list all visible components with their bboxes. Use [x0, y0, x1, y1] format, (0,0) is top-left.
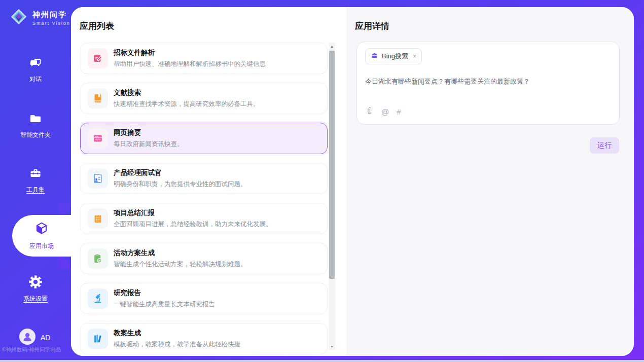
app-desc: 模板驱动，教案秒成，教学准备从此轻松快捷 — [114, 340, 240, 349]
sidebar-item-label: 智能文件夹 — [20, 131, 51, 139]
user-initials: AD — [41, 334, 50, 342]
app-desc: 明确身份和职责，为您提供专业性的面试问题。 — [114, 180, 247, 189]
app-name: 活动方案生成 — [114, 248, 247, 258]
app-card-bid-parse[interactable]: 招标文件解析 帮助用户快速、准确地理解和解析招标书中的关键信息 — [80, 43, 328, 74]
books-icon — [88, 329, 108, 349]
app-name: 文献搜索 — [114, 88, 260, 97]
brand-logo: 神州问学 Smart Vision — [9, 7, 70, 28]
book-icon — [88, 88, 108, 108]
app-list-scrollbar[interactable]: ▲ ▼ — [329, 43, 335, 350]
run-button[interactable]: 运行 — [590, 137, 619, 154]
scroll-down-icon[interactable]: ▼ — [329, 343, 335, 350]
clipboard-check-icon — [88, 248, 108, 269]
diamond-logo-icon — [9, 7, 28, 28]
sidebar-item-app-market[interactable]: 应用市场 — [12, 215, 71, 257]
app-card-web-summary[interactable]: </> 网页摘要 每日政府新闻资讯快查。 — [80, 123, 328, 154]
folder-icon — [28, 112, 43, 128]
app-card-event-plan[interactable]: 活动方案生成 智能生成个性化活动方案，轻松解决规划难题。 — [80, 243, 328, 274]
edit-document-icon — [88, 48, 108, 68]
attachment-toolbar: @ # — [365, 106, 401, 117]
app-list-panel: 应用列表 招标文件解析 帮助用户快速、准确地理解和解析招标书中的关键信息 — [71, 7, 346, 356]
scrollbar-thumb[interactable] — [329, 51, 335, 279]
app-name: 教案生成 — [114, 329, 240, 338]
app-desc: 每日政府新闻资讯快查。 — [114, 140, 184, 149]
user-account[interactable]: AD — [19, 329, 50, 347]
chip-close-icon[interactable]: × — [413, 53, 416, 60]
toolbox-icon — [28, 166, 43, 183]
cube-icon — [34, 221, 49, 239]
browser-code-icon: </> — [88, 128, 108, 149]
app-desc: 帮助用户快速、准确地理解和解析招标书中的关键信息 — [114, 60, 266, 68]
window-bottom-edge — [0, 360, 644, 362]
query-text-input[interactable]: 今日湖北有哪些新闻要点？有哪些需要关注的最新政策？ — [365, 77, 611, 86]
hash-icon[interactable]: # — [397, 107, 401, 116]
chat-icon — [28, 56, 43, 72]
copyright-text: ©神州数码·神州问学出品 — [2, 346, 61, 353]
sidebar-item-settings[interactable]: 系统设置 — [0, 274, 71, 303]
sidebar-item-chat[interactable]: 对话 — [0, 56, 71, 84]
sidebar-item-label: 应用市场 — [29, 242, 54, 250]
sidebar-item-label: 工具集 — [26, 186, 45, 194]
avatar — [19, 329, 35, 347]
app-desc: 一键智能生成高质量长文本研究报告 — [114, 300, 215, 309]
tool-chip-label: Bing搜索 — [382, 52, 408, 61]
app-card-lesson-plan[interactable]: 教案生成 模板驱动，教案秒成，教学准备从此轻松快捷 — [80, 323, 328, 354]
query-input-card: Bing搜索 × 今日湖北有哪些新闻要点？有哪些需要关注的最新政策？ @ # — [356, 42, 620, 125]
microscope-icon — [88, 288, 108, 309]
app-name: 网页摘要 — [114, 128, 184, 137]
gear-icon — [28, 274, 43, 292]
paperclip-icon[interactable] — [365, 106, 374, 117]
notepad-icon — [88, 208, 108, 229]
app-card-literature-search[interactable]: 文献搜索 快速精准查找学术资源，提高研究效率的必备工具。 — [80, 83, 328, 114]
app-card-research-report[interactable]: 研究报告 一键智能生成高质量长文本研究报告 — [80, 283, 328, 314]
svg-text:</>: </> — [95, 137, 101, 141]
sidebar-item-label: 系统设置 — [23, 295, 48, 303]
app-detail-panel: 应用详情 Bing搜索 × 今日湖北有哪些新闻要点？有哪些需要关注的最新政策？ — [346, 7, 634, 356]
resume-icon — [88, 168, 108, 189]
sidebar: 神州问学 Smart Vision 对话 智能文件夹 — [0, 0, 71, 362]
main-content: 应用列表 招标文件解析 帮助用户快速、准确地理解和解析招标书中的关键信息 — [71, 7, 634, 356]
app-name: 项目总结汇报 — [114, 208, 272, 218]
mention-icon[interactable]: @ — [381, 107, 389, 116]
tool-chip-bing-search[interactable]: Bing搜索 × — [365, 48, 422, 64]
app-desc: 快速精准查找学术资源，提高研究效率的必备工具。 — [114, 100, 260, 108]
app-card-list: 招标文件解析 帮助用户快速、准确地理解和解析招标书中的关键信息 文献搜索 快速精… — [80, 43, 328, 356]
brand-name: 神州问学 — [32, 10, 70, 20]
scroll-up-icon[interactable]: ▲ — [329, 43, 335, 50]
app-detail-title: 应用详情 — [355, 20, 389, 32]
app-name: 研究报告 — [114, 288, 215, 298]
app-desc: 智能生成个性化活动方案，轻松解决规划难题。 — [114, 260, 247, 269]
app-card-project-summary[interactable]: 项目总结汇报 全面回顾项目进展，总结经验教训，助力未来优化发展。 — [80, 203, 328, 234]
app-card-pm-interviewer[interactable]: 产品经理面试官 明确身份和职责，为您提供专业性的面试问题。 — [80, 163, 328, 194]
app-name: 招标文件解析 — [114, 48, 266, 57]
brand-subtitle: Smart Vision — [32, 21, 70, 26]
sidebar-item-label: 对话 — [29, 75, 42, 84]
briefcase-icon — [371, 52, 378, 61]
app-list-title: 应用列表 — [80, 20, 114, 32]
sidebar-item-toolset[interactable]: 工具集 — [0, 166, 71, 194]
app-name: 产品经理面试官 — [114, 168, 247, 177]
app-desc: 全面回顾项目进展，总结经验教训，助力未来优化发展。 — [114, 220, 272, 229]
sidebar-item-smart-folder[interactable]: 智能文件夹 — [0, 112, 71, 139]
